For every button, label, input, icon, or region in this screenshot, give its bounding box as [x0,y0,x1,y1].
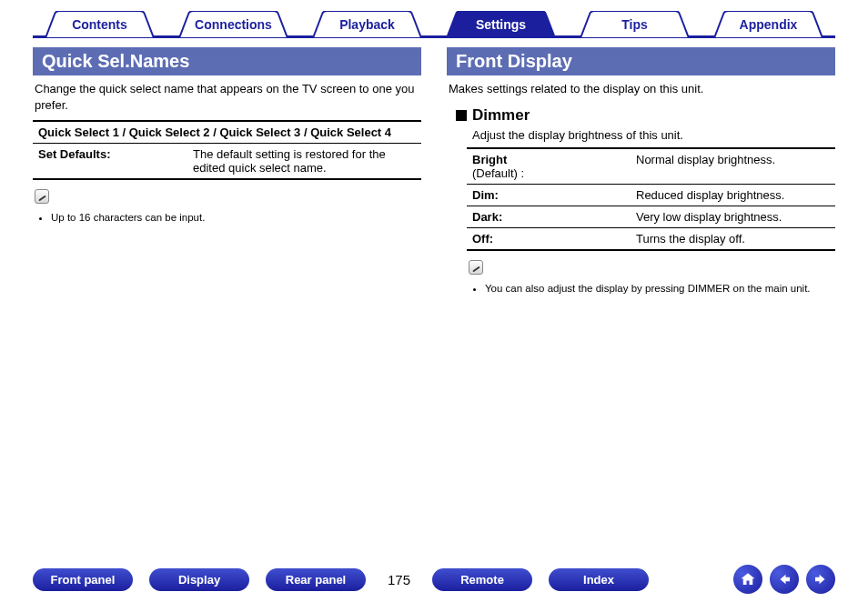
tab-appendix[interactable]: Appendix [705,11,832,38]
option-label: Off: [467,227,631,250]
remote-button[interactable]: Remote [432,568,532,591]
quick-select-table: Quick Select 1 / Quick Select 2 / Quick … [33,120,421,180]
nav-icons [733,565,835,594]
back-icon[interactable] [770,565,799,594]
page-number: 175 [388,572,410,587]
tab-playback[interactable]: Playback [304,11,430,38]
option-desc: Turns the display off. [631,227,835,250]
table-row: Quick Select 1 / Quick Select 2 / Quick … [33,121,421,144]
set-defaults-label: Set Defaults: [33,144,187,180]
option-desc: Reduced display brightness. [631,184,835,206]
sub-intro-text: Adjust the display brightness of this un… [472,128,835,142]
section-heading-quick-sel-names: Quick Sel.Names [33,47,421,75]
index-button[interactable]: Index [549,568,649,591]
intro-text: Makes settings related to the display on… [449,81,833,97]
home-icon[interactable] [733,565,762,594]
tab-contents[interactable]: Contents [36,11,163,38]
pencil-icon [469,260,483,275]
set-defaults-desc: The default setting is restored for the … [187,144,421,180]
note-list: Up to 16 characters can be input. [51,210,421,225]
option-label: Dim: [467,184,631,206]
footer: Front panelDisplayRear panel175RemoteInd… [33,565,835,594]
square-bullet-icon [456,110,467,121]
tab-settings[interactable]: Settings [438,11,564,38]
option-desc: Very low display brightness. [631,206,835,227]
note-list: You can also adjust the display by press… [485,281,835,296]
option-label: Bright(Default) : [467,148,631,185]
front-panel-button[interactable]: Front panel [33,568,133,591]
right-column: Front Display Makes settings related to … [447,47,835,296]
note-item: You can also adjust the display by press… [485,281,835,296]
note-item: Up to 16 characters can be input. [51,210,421,225]
intro-text: Change the quick select name that appear… [35,81,419,113]
pencil-icon [35,189,49,204]
forward-icon[interactable] [806,565,835,594]
section-heading-front-display: Front Display [447,47,835,75]
left-column: Quick Sel.Names Change the quick select … [33,47,421,296]
option-desc: Normal display brightness. [631,148,835,185]
dimmer-table: Bright(Default) :Normal display brightne… [467,147,835,251]
tab-connections[interactable]: Connections [170,11,297,38]
tab-tips[interactable]: Tips [571,11,698,38]
top-nav: ContentsConnectionsPlaybackSettingsTipsA… [33,11,835,38]
rear-panel-button[interactable]: Rear panel [266,568,366,591]
sub-heading-dimmer: Dimmer [456,106,835,125]
option-label: Dark: [467,206,631,227]
display-button[interactable]: Display [149,568,249,591]
